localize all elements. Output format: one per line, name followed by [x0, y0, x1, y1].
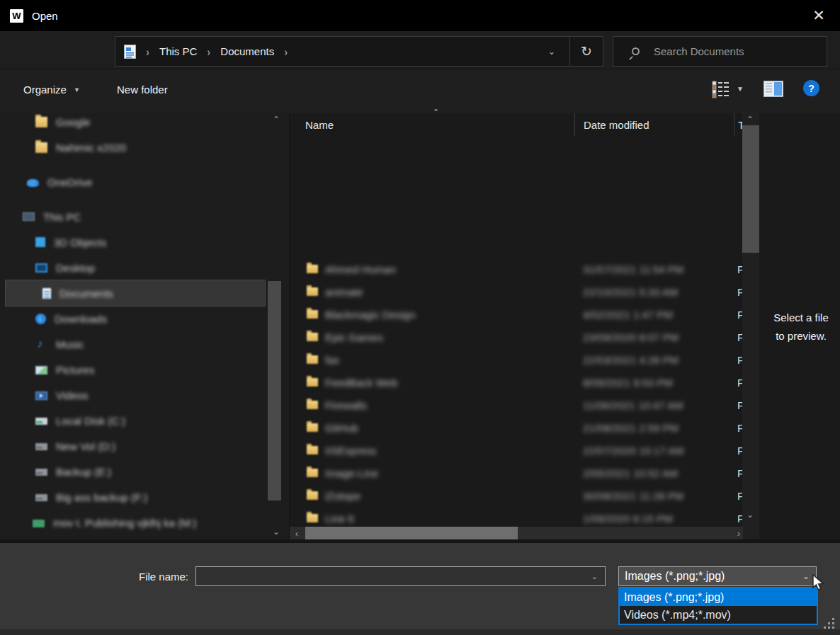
- column-header-name[interactable]: Name: [290, 113, 574, 136]
- breadcrumb-item[interactable]: › This PC: [136, 45, 197, 57]
- file-row[interactable]: Firewalls 11/06/2021 10:47 AM File folde…: [290, 394, 762, 416]
- footer-bar: File name: ⌄ Images (*.png;*.jpg) ⌄ Imag…: [0, 539, 840, 635]
- file-date-modified: 22/07/2020 10:17 AM: [574, 445, 734, 457]
- preview-pane-icon[interactable]: [764, 81, 783, 97]
- breadcrumb-item[interactable]: › Documents: [197, 45, 274, 57]
- list-scroll-down-icon[interactable]: ⌄: [747, 510, 754, 520]
- folder-icon: [307, 265, 318, 273]
- sidebar-item-label: Downloads: [55, 313, 107, 325]
- sidebar-item[interactable]: Big ass backup (F:): [0, 484, 263, 510]
- horizontal-scrollbar-thumb[interactable]: [305, 527, 518, 539]
- sidebar-item-icon: [35, 494, 47, 501]
- sidebar-item-icon: [35, 366, 47, 374]
- sidebar-item-label: Local Disk (C:): [56, 415, 125, 427]
- folder-icon: [307, 514, 318, 522]
- file-name-chevron-icon[interactable]: ⌄: [591, 572, 598, 581]
- file-row[interactable]: Image-Line 2/05/2021 10:52 AM File folde…: [290, 462, 762, 484]
- sidebar-item[interactable]: Documents: [6, 280, 265, 306]
- file-row[interactable]: fax 22/03/2021 4:28 PM File folder: [290, 348, 762, 371]
- address-dropdown-chevron-icon[interactable]: ⌄: [534, 37, 569, 66]
- sidebar-items: Google Nahimic x2020 OneDrive This PC 3D…: [0, 113, 289, 535]
- help-icon[interactable]: ?: [803, 80, 819, 96]
- sidebar-item-label: Music: [56, 338, 84, 350]
- search-icon: [632, 47, 640, 55]
- file-row[interactable]: iZotope 30/08/2021 11:28 PM File folder: [290, 484, 762, 507]
- list-scroll-up-icon[interactable]: ⌃: [747, 115, 754, 125]
- file-date-modified: 22/10/2021 5:33 AM: [574, 286, 734, 298]
- content-area: Google Nahimic x2020 OneDrive This PC 3D…: [0, 113, 840, 539]
- column-header-date-modified[interactable]: Date modified: [574, 113, 734, 136]
- sidebar-item[interactable]: This PC: [0, 204, 263, 229]
- list-vertical-scrollbar[interactable]: ⌃ ⌄: [742, 113, 759, 539]
- column-headers: Name Date modified Type ⌃: [290, 113, 762, 136]
- list-horizontal-scrollbar[interactable]: ‹ ›: [290, 527, 743, 539]
- file-date-modified: 22/03/2021 4:28 PM: [574, 354, 734, 366]
- breadcrumb-trailing-separator-icon: ›: [274, 45, 297, 59]
- sidebar-item[interactable]: Desktop: [0, 255, 263, 280]
- sidebar-item-icon: [35, 339, 47, 350]
- sidebar-item-label: Backup (E:): [56, 466, 111, 478]
- sidebar-scrollbar-thumb[interactable]: [268, 281, 281, 500]
- file-name: Ahmed Human: [325, 263, 574, 275]
- file-name: Firewalls: [325, 399, 574, 411]
- file-row[interactable]: FeedBack Web 8/09/2021 9:53 PM File fold…: [290, 371, 762, 394]
- sidebar-item-icon: [23, 212, 35, 221]
- list-scrollbar-thumb[interactable]: [742, 125, 759, 253]
- file-row[interactable]: Ahmed Human 31/07/2021 11:54 PM File fol…: [290, 258, 762, 280]
- new-folder-button[interactable]: New folder: [117, 84, 168, 96]
- file-row[interactable]: GitHub 21/08/2021 2:59 PM File folder: [290, 416, 762, 439]
- file-name: GitHub: [325, 422, 574, 434]
- file-row[interactable]: animate 22/10/2021 5:33 AM File folder: [290, 280, 762, 303]
- file-type-option[interactable]: Videos (*.mp4;*.mov): [620, 606, 817, 624]
- navigation-bar: ← → ⌄ ↑ › This PC › Documents: [0, 31, 840, 69]
- organize-button[interactable]: Organize ▼: [23, 84, 80, 96]
- folder-icon: [307, 310, 318, 319]
- folder-icon: [307, 355, 318, 364]
- scroll-right-icon[interactable]: ›: [737, 528, 740, 539]
- view-options-caret-icon[interactable]: ▼: [737, 85, 744, 93]
- sidebar-item-icon: [35, 263, 47, 273]
- resize-grip[interactable]: [823, 617, 834, 629]
- sidebar-item[interactable]: New Vol (D:): [0, 433, 263, 459]
- address-bar[interactable]: › This PC › Documents › ⌄ ↻: [115, 36, 603, 67]
- toolbar: Organize ▼ New folder ▼ ?: [0, 69, 840, 113]
- close-icon[interactable]: ✕: [807, 4, 830, 27]
- sort-ascending-icon[interactable]: ⌃: [433, 108, 439, 117]
- sidebar-item[interactable]: Backup (E:): [0, 459, 263, 484]
- file-type-chevron-icon[interactable]: ⌄: [802, 571, 810, 581]
- sidebar-item-label: OneDrive: [47, 176, 92, 188]
- preview-pane: Select a file to preview.: [762, 113, 840, 539]
- sidebar-item-icon: [35, 469, 47, 476]
- file-row[interactable]: IISExpress 22/07/2020 10:17 AM File fold…: [290, 439, 762, 462]
- breadcrumb-separator-icon: ›: [197, 45, 220, 59]
- file-date-modified: 23/09/2020 8:07 PM: [574, 331, 734, 343]
- sidebar-item[interactable]: 3D Objects: [0, 229, 263, 255]
- sidebar-item[interactable]: Downloads: [0, 306, 263, 331]
- scroll-left-icon[interactable]: ‹: [290, 528, 304, 539]
- sidebar-item[interactable]: Nahimic x2020: [0, 135, 263, 160]
- sidebar-item[interactable]: Music: [0, 331, 263, 357]
- file-name-label: File name:: [92, 571, 188, 583]
- sidebar-scroll-up-icon[interactable]: ⌃: [273, 115, 280, 125]
- sidebar-item[interactable]: Pictures: [0, 357, 263, 382]
- search-placeholder: Search Documents: [654, 45, 744, 57]
- file-row[interactable]: Blackmagic Design 4/02/2021 1:47 PM File…: [290, 303, 762, 326]
- sidebar-item-label: Desktop: [56, 262, 95, 274]
- sidebar-item-label: Big ass backup (F:): [56, 491, 147, 503]
- sidebar-item-label: Google: [56, 116, 90, 128]
- refresh-icon[interactable]: ↻: [569, 37, 603, 66]
- details-view-icon[interactable]: [710, 81, 730, 99]
- file-type-option[interactable]: Images (*.png;*.jpg): [620, 588, 817, 606]
- sidebar-item-label: Pictures: [56, 364, 94, 376]
- sidebar-item[interactable]: Google: [0, 113, 263, 135]
- sidebar-item[interactable]: Videos: [0, 382, 263, 408]
- sidebar-item[interactable]: OneDrive: [0, 169, 263, 195]
- search-box[interactable]: Search Documents: [613, 36, 827, 67]
- file-name-input[interactable]: ⌄: [195, 566, 606, 586]
- sidebar-item-icon: [35, 237, 45, 247]
- file-type-combobox[interactable]: Images (*.png;*.jpg) ⌄: [618, 566, 817, 586]
- file-row[interactable]: Epic Games 23/09/2020 8:07 PM File folde…: [290, 326, 762, 348]
- sidebar-item[interactable]: mov t. Publishing vjklhj ka (M:): [0, 510, 263, 535]
- sidebar-item[interactable]: Local Disk (C:): [0, 408, 263, 433]
- sidebar-scroll-down-icon[interactable]: ⌄: [273, 527, 280, 537]
